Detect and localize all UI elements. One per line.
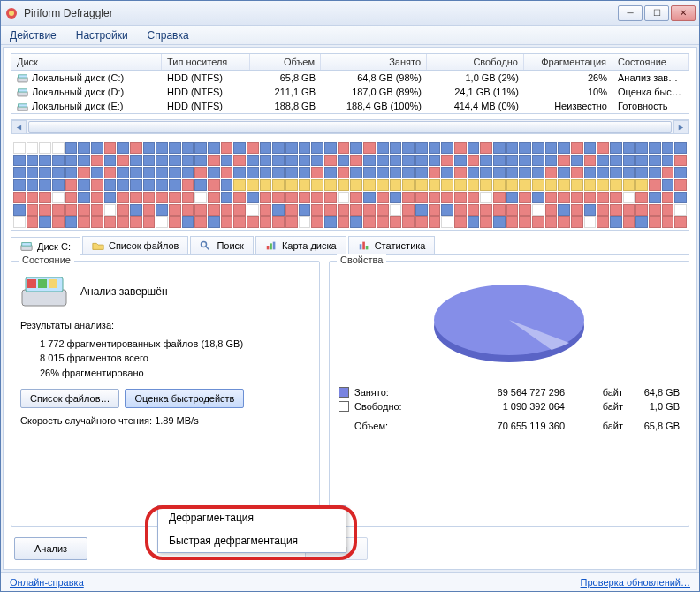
map-block[interactable] (506, 179, 519, 191)
table-row[interactable]: Локальный диск (E:)HDD (NTFS)188,8 GB188… (11, 99, 689, 113)
map-block[interactable] (350, 216, 362, 228)
map-block[interactable] (610, 179, 622, 191)
map-block[interactable] (506, 192, 519, 203)
map-block[interactable] (441, 179, 453, 191)
map-block[interactable] (65, 167, 78, 178)
map-block[interactable] (480, 192, 492, 203)
col-media[interactable]: Тип носителя (162, 54, 250, 70)
map-block[interactable] (117, 167, 129, 178)
map-block[interactable] (13, 179, 26, 191)
map-block[interactable] (39, 155, 51, 166)
map-block[interactable] (117, 192, 129, 203)
map-block[interactable] (338, 142, 350, 154)
map-block[interactable] (182, 179, 194, 191)
map-block[interactable] (662, 216, 674, 228)
map-block[interactable] (130, 216, 142, 228)
map-block[interactable] (78, 167, 90, 178)
map-block[interactable] (454, 179, 467, 191)
map-block[interactable] (558, 216, 570, 228)
map-block[interactable] (468, 216, 480, 228)
map-block[interactable] (545, 167, 558, 178)
map-block[interactable] (104, 142, 117, 154)
map-block[interactable] (91, 192, 103, 203)
map-block[interactable] (350, 155, 362, 166)
map-block[interactable] (156, 142, 168, 154)
map-block[interactable] (299, 179, 311, 191)
map-block[interactable] (584, 179, 597, 191)
map-block[interactable] (363, 204, 376, 216)
map-block[interactable] (221, 155, 233, 166)
map-block[interactable] (182, 155, 194, 166)
map-block[interactable] (545, 142, 558, 154)
map-block[interactable] (143, 216, 156, 228)
map-block[interactable] (91, 167, 103, 178)
map-block[interactable] (506, 155, 519, 166)
map-block[interactable] (91, 142, 103, 154)
map-block[interactable] (39, 192, 51, 203)
filelist-button[interactable]: Список файлов… (20, 389, 119, 408)
map-block[interactable] (169, 192, 181, 203)
map-block[interactable] (13, 142, 26, 154)
map-block[interactable] (143, 167, 156, 178)
map-block[interactable] (558, 192, 570, 203)
map-block[interactable] (78, 204, 90, 216)
map-block[interactable] (610, 192, 622, 203)
map-block[interactable] (649, 216, 661, 228)
map-block[interactable] (156, 192, 168, 203)
map-block[interactable] (104, 216, 117, 228)
map-block[interactable] (674, 167, 687, 178)
map-block[interactable] (429, 204, 441, 216)
menu-settings[interactable]: Настройки (72, 27, 132, 43)
map-block[interactable] (182, 204, 194, 216)
map-block[interactable] (363, 179, 376, 191)
map-block[interactable] (117, 216, 129, 228)
map-block[interactable] (610, 216, 622, 228)
map-block[interactable] (454, 204, 467, 216)
col-disk[interactable]: Диск (11, 54, 162, 70)
map-block[interactable] (532, 167, 544, 178)
map-block[interactable] (623, 142, 635, 154)
map-block[interactable] (519, 155, 531, 166)
map-block[interactable] (143, 155, 156, 166)
map-block[interactable] (597, 142, 609, 154)
map-block[interactable] (649, 179, 661, 191)
map-block[interactable] (506, 167, 519, 178)
map-block[interactable] (27, 192, 39, 203)
map-block[interactable] (233, 192, 246, 203)
map-block[interactable] (272, 204, 285, 216)
map-block[interactable] (377, 167, 389, 178)
map-block[interactable] (182, 216, 194, 228)
map-block[interactable] (39, 204, 51, 216)
map-block[interactable] (377, 179, 389, 191)
map-block[interactable] (272, 155, 285, 166)
map-block[interactable] (104, 204, 117, 216)
map-block[interactable] (558, 155, 570, 166)
map-block[interactable] (143, 204, 156, 216)
map-block[interactable] (635, 142, 648, 154)
map-block[interactable] (27, 155, 39, 166)
check-updates-link[interactable]: Проверка обновлений… (581, 577, 690, 588)
map-block[interactable] (597, 204, 609, 216)
map-block[interactable] (454, 167, 467, 178)
map-block[interactable] (610, 204, 622, 216)
map-block[interactable] (130, 142, 142, 154)
map-block[interactable] (480, 179, 492, 191)
map-block[interactable] (272, 167, 285, 178)
map-block[interactable] (130, 179, 142, 191)
map-block[interactable] (78, 155, 90, 166)
map-block[interactable] (532, 142, 544, 154)
map-block[interactable] (65, 216, 78, 228)
map-block[interactable] (597, 192, 609, 203)
tab-stats[interactable]: Статистика (348, 236, 436, 254)
map-block[interactable] (27, 179, 39, 191)
map-block[interactable] (468, 155, 480, 166)
map-block[interactable] (324, 167, 337, 178)
scroll-left-icon[interactable]: ◄ (11, 120, 27, 133)
map-block[interactable] (247, 216, 259, 228)
map-block[interactable] (143, 179, 156, 191)
map-block[interactable] (156, 216, 168, 228)
map-block[interactable] (377, 155, 389, 166)
map-block[interactable] (454, 216, 467, 228)
map-block[interactable] (194, 155, 207, 166)
map-block[interactable] (519, 179, 531, 191)
